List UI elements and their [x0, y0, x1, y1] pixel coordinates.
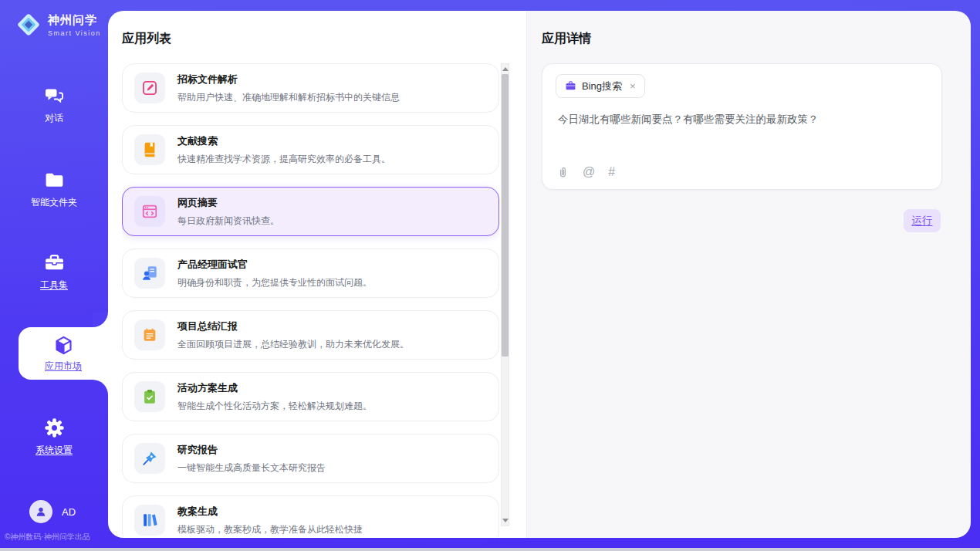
main-content: 应用列表 — [108, 11, 971, 538]
app-card-title: 教案生成 — [177, 505, 363, 519]
user-icon — [34, 505, 48, 519]
app-detail-panel: 应用详情 Bing搜索 × 今日湖北有哪些新闻要点？有哪些需要关注的最新政策？ — [526, 11, 971, 538]
app-list-title: 应用列表 — [122, 31, 171, 47]
toolbox-icon — [44, 252, 65, 273]
scroll-down-arrow-icon[interactable] — [502, 519, 509, 522]
prompt-input[interactable]: 今日湖北有哪些新闻要点？有哪些需要关注的最新政策？ — [558, 112, 926, 127]
app-card-title: 文献搜索 — [177, 134, 390, 148]
user-initials: AD — [62, 506, 76, 518]
interviewer-icon — [141, 265, 158, 282]
active-tab-notch-top — [93, 312, 108, 327]
app-card-icon — [134, 381, 165, 412]
sidebar-item-label: 工具集 — [40, 279, 68, 292]
sidebar-item-label: 智能文件夹 — [31, 196, 77, 209]
app-detail-title: 应用详情 — [542, 31, 591, 47]
research-pen-icon — [141, 450, 158, 467]
app-window: 神州问学 Smart Vision 对话 智能文件夹 工具 — [0, 0, 980, 551]
app-card-desc: 每日政府新闻资讯快查。 — [177, 215, 279, 228]
app-card-research[interactable]: 研究报告 一键智能生成高质量长文本研究报告 — [122, 434, 499, 483]
app-card-title: 招标文件解析 — [177, 73, 400, 86]
mention-icon[interactable]: @ — [583, 165, 595, 179]
clipboard-check-icon — [141, 388, 158, 405]
app-card-clipboard[interactable]: 活动方案生成 智能生成个性化活动方案，轻松解决规划难题。 — [122, 372, 499, 421]
app-card-icon — [134, 258, 165, 289]
app-card-icon — [134, 134, 165, 165]
app-card-desc: 智能生成个性化活动方案，轻松解决规划难题。 — [177, 400, 372, 413]
app-card-web[interactable]: 网页摘要 每日政府新闻资讯快查。 — [122, 187, 499, 236]
sidebar-item-label: 应用市场 — [45, 360, 82, 373]
app-card-text: 文献搜索 快速精准查找学术资源，提高研究效率的必备工具。 — [177, 134, 390, 166]
active-tab-notch-bottom — [93, 380, 108, 395]
chat-icon — [43, 85, 65, 106]
prompt-card: Bing搜索 × 今日湖北有哪些新闻要点？有哪些需要关注的最新政策？ @ # — [542, 63, 942, 190]
app-card-desc: 模板驱动，教案秒成，教学准备从此轻松快捷 — [177, 523, 363, 536]
app-card-icon — [134, 443, 165, 474]
cube-icon — [53, 335, 74, 356]
scrollbar-thumb[interactable] — [502, 74, 509, 357]
app-card-title: 产品经理面试官 — [177, 258, 372, 272]
sidebar-item-smart-folder[interactable]: 智能文件夹 — [0, 170, 108, 209]
edit-square-icon — [141, 79, 158, 96]
brand-logo: 神州问学 Smart Vision — [14, 10, 101, 39]
scroll-up-arrow-icon[interactable] — [502, 67, 509, 71]
app-card-edit[interactable]: 招标文件解析 帮助用户快速、准确地理解和解析招标书中的关键信息 — [122, 63, 499, 113]
app-list-panel: 应用列表 — [108, 11, 526, 538]
brand-diamond-icon — [14, 10, 43, 39]
app-card-book[interactable]: 文献搜索 快速精准查找学术资源，提高研究效率的必备工具。 — [122, 125, 499, 174]
user-profile[interactable]: AD — [29, 500, 76, 523]
app-card-books[interactable]: 教案生成 模板驱动，教案秒成，教学准备从此轻松快捷 — [122, 495, 499, 538]
browser-code-icon — [141, 203, 158, 220]
app-card-desc: 快速精准查找学术资源，提高研究效率的必备工具。 — [177, 153, 390, 166]
app-card-text: 产品经理面试官 明确身份和职责，为您提供专业性的面试问题。 — [177, 258, 372, 289]
briefcase-icon — [565, 80, 576, 92]
app-card-title: 活动方案生成 — [177, 381, 372, 395]
app-card-text: 招标文件解析 帮助用户快速、准确地理解和解析招标书中的关键信息 — [177, 73, 400, 104]
tool-chip-label: Bing搜索 — [582, 79, 622, 93]
app-card-desc: 一键智能生成高质量长文本研究报告 — [177, 461, 326, 475]
app-card-interview[interactable]: 产品经理面试官 明确身份和职责，为您提供专业性的面试问题。 — [122, 248, 499, 298]
brand-name: 神州问学 — [48, 13, 101, 28]
prompt-toolbar: @ # — [556, 165, 615, 179]
app-card-desc: 全面回顾项目进展，总结经验教训，助力未来优化发展。 — [177, 338, 409, 351]
app-card-title: 研究报告 — [177, 443, 326, 457]
sidebar-item-toolset[interactable]: 工具集 — [0, 252, 108, 292]
sidebar: 神州问学 Smart Vision 对话 智能文件夹 工具 — [0, 0, 108, 551]
app-card-list: 招标文件解析 帮助用户快速、准确地理解和解析招标书中的关键信息 — [122, 63, 499, 538]
run-button[interactable]: 运行 — [904, 209, 941, 232]
book-icon — [141, 141, 158, 158]
scrollbar[interactable] — [501, 63, 509, 526]
app-card-desc: 明确身份和职责，为您提供专业性的面试问题。 — [177, 276, 372, 289]
summary-note-icon — [141, 326, 158, 343]
chip-close-icon[interactable]: × — [630, 80, 636, 92]
app-card-text: 研究报告 一键智能生成高质量长文本研究报告 — [177, 443, 326, 475]
hashtag-icon[interactable]: # — [608, 165, 615, 179]
sidebar-item-label: 系统设置 — [35, 444, 73, 457]
avatar — [29, 500, 52, 523]
app-card-icon — [134, 319, 165, 350]
gear-icon — [44, 417, 65, 438]
app-card-icon — [134, 73, 165, 103]
tool-chip-bing-search[interactable]: Bing搜索 × — [556, 74, 645, 98]
attachment-icon[interactable] — [556, 166, 569, 179]
app-card-icon — [134, 505, 165, 536]
app-card-text: 项目总结汇报 全面回顾项目进展，总结经验教训，助力未来优化发展。 — [177, 319, 409, 351]
brand-subtitle: Smart Vision — [48, 29, 101, 37]
app-card-icon — [134, 196, 165, 227]
app-card-title: 网页摘要 — [177, 196, 279, 210]
sidebar-item-label: 对话 — [45, 112, 63, 125]
copyright: ©神州数码·神州问学出品 — [5, 532, 90, 543]
app-card-note[interactable]: 项目总结汇报 全面回顾项目进展，总结经验教训，助力未来优化发展。 — [122, 310, 499, 360]
sidebar-item-settings[interactable]: 系统设置 — [0, 417, 108, 457]
app-card-text: 网页摘要 每日政府新闻资讯快查。 — [177, 196, 279, 228]
sidebar-item-chat[interactable]: 对话 — [0, 85, 108, 125]
books-icon — [141, 512, 158, 529]
folder-icon — [44, 170, 65, 191]
app-card-desc: 帮助用户快速、准确地理解和解析招标书中的关键信息 — [177, 91, 400, 104]
app-card-text: 活动方案生成 智能生成个性化活动方案，轻松解决规划难题。 — [177, 381, 372, 413]
sidebar-item-app-market[interactable]: 应用市场 — [19, 327, 108, 380]
app-card-text: 教案生成 模板驱动，教案秒成，教学准备从此轻松快捷 — [177, 505, 363, 536]
app-card-title: 项目总结汇报 — [177, 319, 409, 333]
